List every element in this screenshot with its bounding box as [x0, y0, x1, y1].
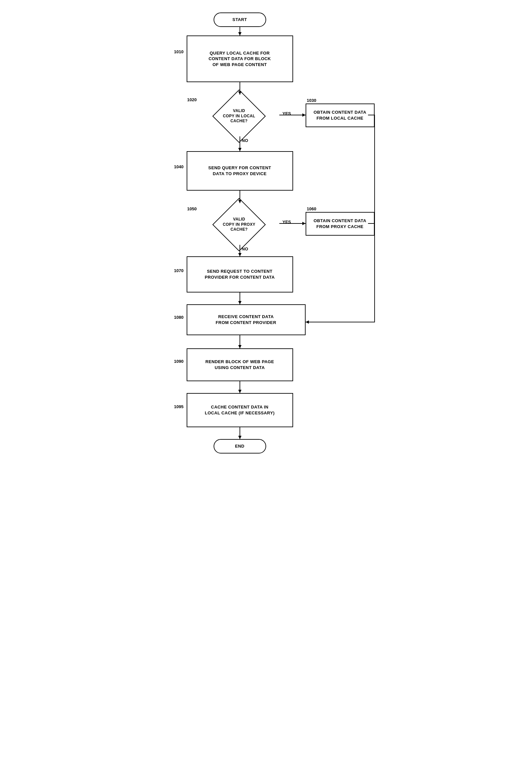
block-1030: OBTAIN CONTENT DATA FROM LOCAL CACHE: [306, 104, 375, 127]
svg-marker-11: [302, 222, 306, 225]
label-1020: 1020: [187, 97, 197, 102]
block-1080: RECEIVE CONTENT DATA FROM CONTENT PROVID…: [187, 304, 306, 335]
block-1095: CACHE CONTENT DATA IN LOCAL CACHE (IF NE…: [187, 393, 293, 427]
label-1090: 1090: [174, 359, 184, 364]
block-1080-text: RECEIVE CONTENT DATA FROM CONTENT PROVID…: [216, 314, 276, 325]
label-1060: 1060: [307, 206, 316, 211]
yes-label-1050: YES: [283, 220, 291, 224]
block-1070-text: SEND REQUEST TO CONTENT PROVIDER FOR CON…: [205, 268, 275, 280]
block-1010-text: QUERY LOCAL CACHE FOR CONTENT DATA FOR B…: [209, 50, 271, 68]
block-1060: OBTAIN CONTENT DATA FROM PROXY CACHE: [306, 212, 375, 236]
no-label-1050: NO: [242, 246, 248, 251]
start-node: START: [214, 12, 266, 27]
flowchart: START 1010 QUERY LOCAL CACHE FOR CONTENT…: [138, 7, 394, 730]
svg-marker-13: [238, 253, 242, 256]
block-1030-text: OBTAIN CONTENT DATA FROM LOCAL CACHE: [313, 109, 366, 121]
block-1070: SEND REQUEST TO CONTENT PROVIDER FOR CON…: [187, 256, 293, 292]
svg-marker-5: [302, 113, 306, 117]
diamond-1020: VALIDCOPY IN LOCALCACHE?: [197, 95, 282, 137]
svg-marker-20: [238, 390, 242, 393]
label-1070: 1070: [174, 268, 184, 273]
block-1095-text: CACHE CONTENT DATA IN LOCAL CACHE (IF NE…: [205, 404, 274, 416]
block-1090-text: RENDER BLOCK OF WEB PAGE USING CONTENT D…: [205, 359, 274, 370]
block-1090: RENDER BLOCK OF WEB PAGE USING CONTENT D…: [187, 348, 293, 381]
block-1040-text: SEND QUERY FOR CONTENT DATA TO PROXY DEV…: [208, 165, 271, 176]
block-1040: SEND QUERY FOR CONTENT DATA TO PROXY DEV…: [187, 151, 293, 191]
svg-marker-1: [238, 32, 242, 35]
label-1050: 1050: [187, 206, 197, 211]
label-1040: 1040: [174, 164, 184, 169]
label-1095: 1095: [174, 404, 184, 409]
label-1010: 1010: [174, 49, 184, 54]
yes-label-1020: YES: [283, 111, 291, 116]
end-label: END: [235, 443, 244, 449]
start-label: START: [232, 17, 247, 23]
label-1080: 1080: [174, 315, 184, 320]
diamond-1050: VALIDCOPY IN PROXYCACHE?: [197, 203, 282, 246]
svg-marker-7: [238, 148, 242, 151]
block-1010: QUERY LOCAL CACHE FOR CONTENT DATA FOR B…: [187, 35, 293, 82]
svg-marker-22: [238, 436, 242, 439]
no-label-1020: NO: [242, 138, 248, 143]
label-1030: 1030: [307, 98, 316, 103]
svg-marker-16: [306, 320, 309, 324]
svg-marker-18: [238, 345, 242, 348]
svg-marker-15: [238, 301, 242, 304]
block-1060-text: OBTAIN CONTENT DATA FROM PROXY CACHE: [313, 218, 366, 229]
end-node: END: [214, 439, 266, 454]
